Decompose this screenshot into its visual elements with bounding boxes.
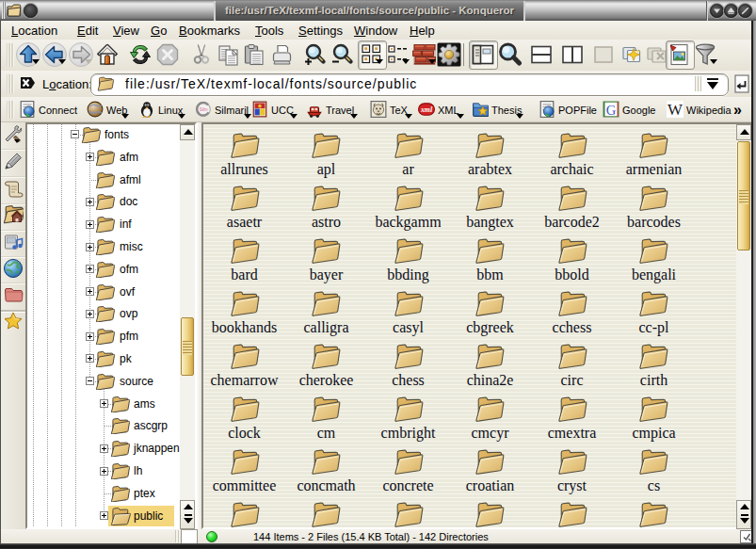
svg-text:xml: xml (420, 105, 433, 114)
svg-text:W: W (668, 101, 683, 118)
svg-text:Silm: Silm (200, 107, 208, 112)
svg-text:G: G (606, 103, 617, 118)
